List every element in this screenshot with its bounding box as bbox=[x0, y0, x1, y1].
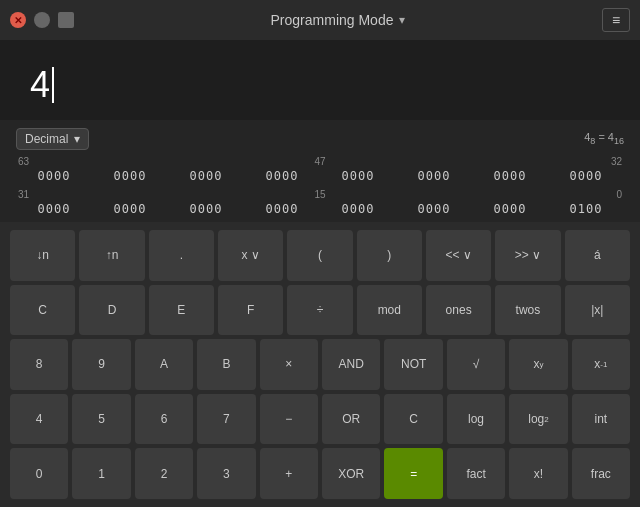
3-button[interactable]: 3 bbox=[197, 448, 255, 499]
log2-button[interactable]: log2 bbox=[509, 394, 567, 445]
bit-row1-numbers: 63 47 32 bbox=[16, 156, 624, 167]
inverse-button[interactable]: x-1 bbox=[572, 339, 630, 390]
AND-button[interactable]: AND bbox=[322, 339, 380, 390]
NOT-button[interactable]: NOT bbox=[384, 339, 442, 390]
special-char-button[interactable]: á bbox=[565, 230, 630, 281]
hex-value: 48 = 416 bbox=[584, 131, 624, 143]
9-button[interactable]: 9 bbox=[72, 339, 130, 390]
bit-section: Decimal ▾ 48 = 416 63 47 32 0000 0000 00… bbox=[0, 120, 640, 222]
bit-group-1-5: 0000 bbox=[320, 169, 396, 183]
A-button[interactable]: A bbox=[135, 339, 193, 390]
bits-rows: 63 47 32 0000 0000 0000 0000 0000 0000 0… bbox=[16, 156, 624, 216]
shift-left-button[interactable]: << ∨ bbox=[426, 230, 491, 281]
bit-row2-numbers: 31 15 0 bbox=[16, 189, 624, 200]
bit-group-2-8: 0100 bbox=[548, 202, 624, 216]
bit-row1: 0000 0000 0000 0000 0000 0000 0000 0000 bbox=[16, 169, 624, 183]
subtract-button[interactable]: − bbox=[260, 394, 318, 445]
F-button[interactable]: F bbox=[218, 285, 283, 336]
twos-button[interactable]: twos bbox=[495, 285, 560, 336]
key-row-4: 4 5 6 7 − OR C log log2 int bbox=[10, 394, 630, 445]
bit-group-2-4: 0000 bbox=[244, 202, 320, 216]
divide-button[interactable]: ÷ bbox=[287, 285, 352, 336]
bit-group-1-7: 0000 bbox=[472, 169, 548, 183]
power-button[interactable]: xy bbox=[509, 339, 567, 390]
bit-group-2-1: 0000 bbox=[16, 202, 92, 216]
XOR-button[interactable]: XOR bbox=[322, 448, 380, 499]
cursor bbox=[52, 67, 54, 103]
title-chevron-icon[interactable]: ▾ bbox=[399, 13, 405, 27]
6-button[interactable]: 6 bbox=[135, 394, 193, 445]
bit-mode-row: Decimal ▾ 48 = 416 bbox=[16, 128, 624, 150]
frac-button[interactable]: frac bbox=[572, 448, 630, 499]
maximize-button[interactable] bbox=[58, 12, 74, 28]
main-display: 4 bbox=[30, 60, 610, 110]
bit-group-1-8: 0000 bbox=[548, 169, 624, 183]
shift-right-button[interactable]: >> ∨ bbox=[495, 230, 560, 281]
bit-group-1-3: 0000 bbox=[168, 169, 244, 183]
ceil-n-button[interactable]: ↑n bbox=[79, 230, 144, 281]
title-center: Programming Mode ▾ bbox=[74, 12, 602, 28]
key-row-2: C D E F ÷ mod ones twos |x| bbox=[10, 285, 630, 336]
B-button[interactable]: B bbox=[197, 339, 255, 390]
0-button[interactable]: 0 bbox=[10, 448, 68, 499]
fact-button[interactable]: fact bbox=[447, 448, 505, 499]
2-button[interactable]: 2 bbox=[135, 448, 193, 499]
close-button[interactable]: ✕ bbox=[10, 12, 26, 28]
add-button[interactable]: + bbox=[260, 448, 318, 499]
display-area: 4 bbox=[0, 40, 640, 120]
bit-group-2-7: 0000 bbox=[472, 202, 548, 216]
5-button[interactable]: 5 bbox=[72, 394, 130, 445]
E-button[interactable]: E bbox=[149, 285, 214, 336]
window-controls: ✕ bbox=[10, 12, 74, 28]
int-button[interactable]: int bbox=[572, 394, 630, 445]
menu-button[interactable]: ≡ bbox=[602, 8, 630, 32]
bit-group-1-6: 0000 bbox=[396, 169, 472, 183]
app-title: Programming Mode bbox=[271, 12, 394, 28]
ones-button[interactable]: ones bbox=[426, 285, 491, 336]
bit-pos-0: 0 bbox=[572, 189, 622, 200]
decimal-dropdown[interactable]: Decimal ▾ bbox=[16, 128, 89, 150]
D-button[interactable]: D bbox=[79, 285, 144, 336]
open-paren-button[interactable]: ( bbox=[287, 230, 352, 281]
bit-pos-31: 31 bbox=[18, 189, 68, 200]
bit-pos-32: 32 bbox=[572, 156, 622, 167]
bit-pos-47: 47 bbox=[295, 156, 345, 167]
8-button[interactable]: 8 bbox=[10, 339, 68, 390]
bit-group-2-3: 0000 bbox=[168, 202, 244, 216]
dot-button[interactable]: . bbox=[149, 230, 214, 281]
log-button[interactable]: log bbox=[447, 394, 505, 445]
decimal-label: Decimal bbox=[25, 132, 68, 146]
bit-group-1-2: 0000 bbox=[92, 169, 168, 183]
bit-pos-63: 63 bbox=[18, 156, 68, 167]
bit-group-2-5: 0000 bbox=[320, 202, 396, 216]
factorial-button[interactable]: x! bbox=[509, 448, 567, 499]
clear-button[interactable]: C bbox=[10, 285, 75, 336]
bit-group-2-6: 0000 bbox=[396, 202, 472, 216]
dropdown-chevron-icon: ▾ bbox=[74, 132, 80, 146]
OR-button[interactable]: OR bbox=[322, 394, 380, 445]
floor-n-button[interactable]: ↓n bbox=[10, 230, 75, 281]
C-hex-button[interactable]: C bbox=[384, 394, 442, 445]
key-row-1: ↓n ↑n . x ∨ ( ) << ∨ >> ∨ á bbox=[10, 230, 630, 281]
1-button[interactable]: 1 bbox=[72, 448, 130, 499]
bit-pos-15: 15 bbox=[295, 189, 345, 200]
key-row-3: 8 9 A B × AND NOT √ xy x-1 bbox=[10, 339, 630, 390]
abs-button[interactable]: |x| bbox=[565, 285, 630, 336]
titlebar: ✕ Programming Mode ▾ ≡ bbox=[0, 0, 640, 40]
sqrt-button[interactable]: √ bbox=[447, 339, 505, 390]
x-dropdown-button[interactable]: x ∨ bbox=[218, 230, 283, 281]
mod-button[interactable]: mod bbox=[357, 285, 422, 336]
multiply-button[interactable]: × bbox=[260, 339, 318, 390]
keypad: ↓n ↑n . x ∨ ( ) << ∨ >> ∨ á C D E F ÷ mo… bbox=[0, 222, 640, 507]
bit-row2: 0000 0000 0000 0000 0000 0000 0000 0100 bbox=[16, 202, 624, 216]
7-button[interactable]: 7 bbox=[197, 394, 255, 445]
close-paren-button[interactable]: ) bbox=[357, 230, 422, 281]
minimize-button[interactable] bbox=[34, 12, 50, 28]
display-value: 4 bbox=[30, 64, 50, 106]
equals-button[interactable]: = bbox=[384, 448, 442, 499]
4-button[interactable]: 4 bbox=[10, 394, 68, 445]
bit-group-1-1: 0000 bbox=[16, 169, 92, 183]
bit-group-2-2: 0000 bbox=[92, 202, 168, 216]
key-row-5: 0 1 2 3 + XOR = fact x! frac bbox=[10, 448, 630, 499]
bit-group-1-4: 0000 bbox=[244, 169, 320, 183]
